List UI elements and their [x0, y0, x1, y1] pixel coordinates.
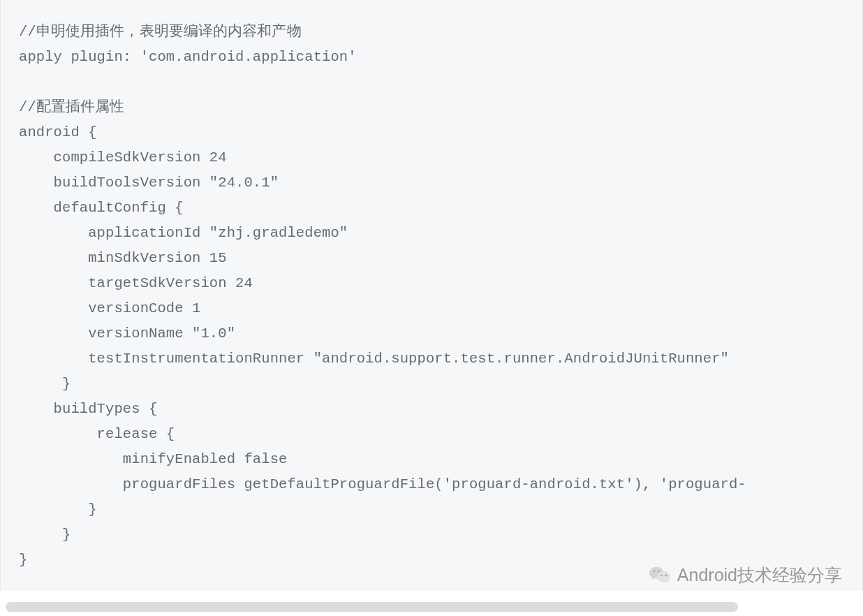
horizontal-scrollbar-thumb[interactable] — [6, 602, 738, 612]
svg-point-3 — [658, 570, 660, 572]
svg-point-2 — [653, 570, 655, 572]
watermark-text: Android技术经验分享 — [677, 564, 842, 587]
wechat-icon — [648, 563, 672, 587]
svg-point-5 — [665, 575, 667, 577]
watermark: Android技术经验分享 — [648, 563, 842, 587]
code-block-container: //申明使用插件，表明要编译的内容和产物 apply plugin: 'com.… — [0, 0, 863, 590]
svg-point-1 — [657, 571, 670, 582]
svg-point-4 — [661, 575, 663, 577]
horizontal-scrollbar-track[interactable] — [6, 602, 857, 612]
code-content[interactable]: //申明使用插件，表明要编译的内容和产物 apply plugin: 'com.… — [1, 0, 862, 590]
